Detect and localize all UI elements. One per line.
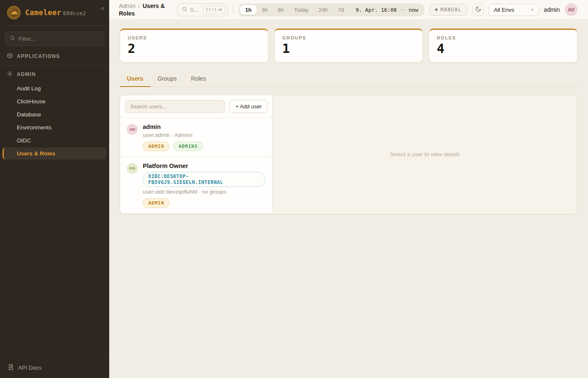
stat-card-groups: GROUPS 1 [274,29,423,63]
sidebar-footer-api-docs[interactable]: API Docs [0,357,109,378]
breadcrumb-separator: / [138,3,140,9]
topbar-divider [233,5,234,14]
collapse-sidebar-icon[interactable]: « [101,4,104,11]
sidebar-item-oidc[interactable]: OIDC [3,134,107,147]
sidebar-divider [0,65,109,66]
time-range-today[interactable]: Today [289,5,314,15]
stat-value: 4 [437,42,570,56]
gear-icon [7,71,13,78]
stat-card-users: USERS 2 [120,29,268,63]
sidebar-nav: Audit Log ClickHouse Database Environmen… [0,81,109,160]
tab-roles[interactable]: Roles [184,71,213,87]
sidebar-section-applications[interactable]: APPLICATIONS [0,48,109,63]
stat-value: 2 [128,42,260,56]
user-detail-panel: Select a user to view details [273,95,577,214]
page-content: USERS 2 GROUPS 1 ROLES 4 Users Groups Ro… [109,20,588,378]
app-logo-icon [7,5,21,20]
refresh-mode-label: MANUAL [441,7,462,13]
sidebar-section-label: APPLICATIONS [17,53,60,59]
user-meta: user:oidc:8evzqofluhld · no groups [143,189,265,195]
sidebar-filter-input[interactable] [18,36,100,42]
current-user-avatar[interactable]: AD [565,3,578,16]
time-range-3h[interactable]: 3h [257,5,273,15]
environment-select-value: All Envs [494,7,514,13]
tab-users[interactable]: Users [120,71,150,87]
moon-icon [475,6,481,14]
stat-label: GROUPS [282,35,415,40]
document-icon [8,364,14,372]
user-row-body: Platform Owner OIDC:DESKTOP-FB5VGJ9.SIEG… [143,163,265,208]
sidebar-item-users-roles[interactable]: Users & Roles [3,147,107,160]
sidebar-item-database[interactable]: Database [3,108,107,121]
sidebar: Cameleer69dcce2 « APPLICATIONS ADMIN Aud… [0,0,109,378]
time-range-6h[interactable]: 6h [273,5,289,15]
user-avatar: AD [127,124,138,135]
refresh-mode-badge[interactable]: MANUAL [429,4,468,16]
main-area: Admin / Users & Roles Ctrl+K 1h 3h 6h To… [109,0,588,378]
stat-label: ROLES [437,35,570,40]
user-row-platform-owner[interactable]: PO Platform Owner OIDC:DESKTOP-FB5VGJ9.S… [120,157,272,214]
app-root: Cameleer69dcce2 « APPLICATIONS ADMIN Aud… [0,0,588,378]
user-row-admin[interactable]: AD admin user:admin · Admins ADMIN ADMIN… [120,118,272,157]
role-badge: ADMIN [143,142,170,151]
user-badges: ADMIN [143,198,265,208]
topbar: Admin / Users & Roles Ctrl+K 1h 3h 6h To… [109,0,588,20]
time-range-to[interactable]: now [409,7,418,13]
time-range-control: 1h 3h 6h Today 24h 7d 9. Apr. 16:08 — no… [239,3,424,16]
sidebar-header: Cameleer69dcce2 « [0,0,109,26]
environment-select[interactable]: All Envs ▾ [488,4,539,16]
chevron-down-icon: ▾ [531,8,533,12]
user-row-body: admin user:admin · Admins ADMIN ADMINS [143,123,203,151]
user-list-toolbar: + Add user [120,95,272,118]
oidc-provider-chip: OIDC:DESKTOP-FB5VGJ9.SIEGELN.INTERNAL [143,172,265,187]
search-shortcut-kbd: Ctrl+K [203,6,225,14]
sidebar-filter [5,32,104,46]
time-range-separator: — [400,7,406,13]
user-badges: ADMIN ADMINS [143,142,203,151]
add-user-button[interactable]: + Add user [229,100,268,113]
sidebar-item-environments[interactable]: Environments [3,121,107,134]
user-search-input[interactable] [125,100,225,113]
tab-bar: Users Groups Roles [120,71,578,87]
empty-state-text: Select a user to view details [390,151,460,158]
sidebar-section-admin[interactable]: ADMIN [0,66,109,81]
sidebar-item-audit-log[interactable]: Audit Log [3,82,107,94]
time-range-1h[interactable]: 1h [240,5,257,15]
package-icon [7,52,13,60]
tab-groups[interactable]: Groups [150,71,184,87]
sidebar-section-label: ADMIN [17,71,36,77]
current-user-name: admin [544,6,560,13]
build-version: 69dcce2 [63,10,86,16]
breadcrumb-parent[interactable]: Admin [119,3,136,9]
global-search[interactable]: Ctrl+K [177,3,228,16]
user-name: admin [143,123,203,130]
status-dot-icon [435,8,438,11]
stat-value: 1 [282,42,415,56]
time-range-7d[interactable]: 7d [333,5,349,15]
user-name: Platform Owner [143,163,265,169]
breadcrumb: Admin / Users & Roles [119,2,172,17]
search-icon [10,35,15,42]
role-badge: ADMIN [143,198,170,208]
api-docs-label: API Docs [18,365,42,371]
stat-card-roles: ROLES 4 [429,29,578,63]
time-range-from[interactable]: 9. Apr. 16:08 [356,7,397,13]
user-meta: user:admin · Admins [143,132,203,138]
stat-label: USERS [128,35,260,40]
brand-name: Cameleer [25,8,61,17]
user-avatar: PO [127,163,138,174]
group-badge: ADMINS [173,142,203,151]
search-icon [182,6,187,13]
theme-toggle-button[interactable] [472,3,483,16]
users-panel: + Add user AD admin user:admin · Admins … [120,95,578,214]
stats-row: USERS 2 GROUPS 1 ROLES 4 [120,29,578,63]
global-search-input[interactable] [190,7,201,13]
app-title: Cameleer69dcce2 [25,8,86,17]
user-list-column: + Add user AD admin user:admin · Admins … [120,95,273,214]
time-range-24h[interactable]: 24h [314,5,333,15]
sidebar-item-clickhouse[interactable]: ClickHouse [3,95,107,108]
